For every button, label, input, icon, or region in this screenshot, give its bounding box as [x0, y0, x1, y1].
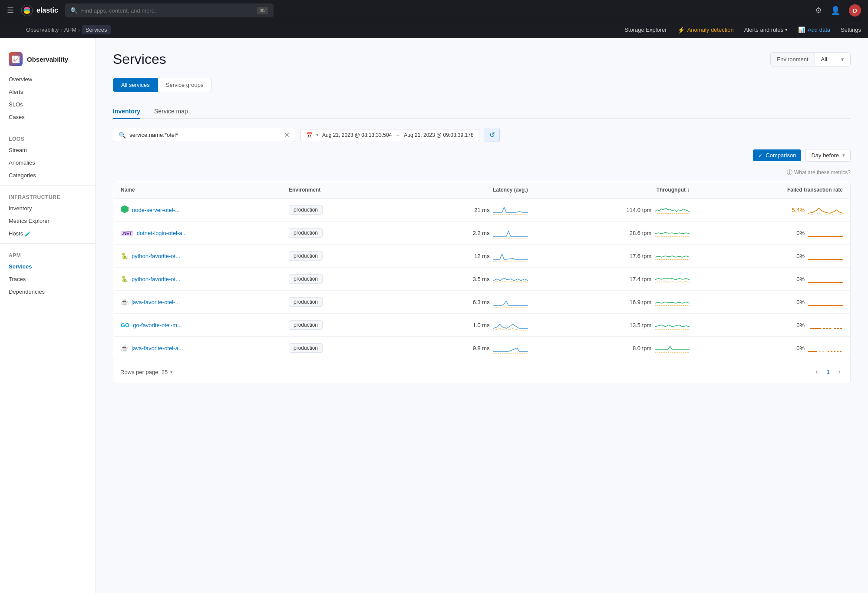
service-name-link[interactable]: ☕ java-favorite-otel-a...	[121, 345, 275, 351]
latency-value: 9.8 ms	[469, 345, 490, 351]
date-range-picker[interactable]: 📅 ▾ Aug 21, 2023 @ 08:13:33.504 → Aug 21…	[300, 129, 479, 141]
breadcrumb-services[interactable]: Services	[82, 25, 111, 34]
table-row: .NET dotnet-login-otel-a... production 2…	[114, 222, 850, 245]
table-row: GO go-favorite-otel-m... production 1.0 …	[114, 314, 850, 337]
sidebar-item-metrics-explorer[interactable]: Metrics Explorer	[0, 215, 95, 227]
service-name-link[interactable]: GO go-favorite-otel-m...	[121, 322, 275, 328]
cell-name: node-server-otel-...	[114, 199, 282, 222]
sidebar-item-overview[interactable]: Overview	[0, 73, 95, 86]
cell-throughput: 114.0 tpm	[535, 199, 697, 222]
cell-failed-rate: 5.4%	[696, 199, 850, 222]
latency-value: 12 ms	[469, 253, 490, 259]
sidebar-item-stream[interactable]: Stream	[0, 144, 95, 156]
date-to: Aug 21, 2023 @ 09:03:39.178	[404, 132, 473, 138]
help-icon: ⓘ	[787, 169, 792, 176]
chevron-down-icon: ▾	[785, 27, 788, 33]
tab-service-map[interactable]: Service map	[154, 104, 188, 119]
throughput-value: 16.9 tpm	[630, 299, 652, 305]
service-name-text: python-favorite-ot...	[132, 253, 180, 259]
environment-label: Environment	[771, 53, 815, 66]
global-search-bar[interactable]: 🔍 ⌘/	[65, 3, 274, 17]
all-services-tab[interactable]: All services	[113, 78, 158, 92]
throughput-value: 28.6 tpm	[630, 230, 652, 236]
cell-throughput: 28.6 tpm	[535, 222, 697, 245]
failed-rate-value: 0%	[784, 299, 805, 305]
environment-value: All	[821, 56, 827, 63]
current-page-number[interactable]: 1	[824, 368, 832, 376]
service-name-link[interactable]: 🐍 python-favorite-ot...	[121, 275, 275, 282]
sidebar-logo: 📈 Observability	[0, 47, 95, 73]
rows-per-page-selector[interactable]: Rows per page: 25 ▾	[120, 369, 173, 375]
service-name-link[interactable]: node-server-otel-...	[121, 205, 275, 215]
metrics-help-text: What are these metrics?	[794, 169, 851, 176]
clear-filter-button[interactable]: ✕	[284, 131, 290, 139]
metrics-help[interactable]: ⓘ What are these metrics?	[113, 169, 851, 176]
anomaly-detection-link[interactable]: ⚡ Anomaly detection	[677, 27, 734, 33]
service-search-filter[interactable]: 🔍 ✕	[113, 128, 295, 142]
page-header: Services Environment All ▾	[113, 51, 851, 67]
service-name-link[interactable]: .NET dotnet-login-otel-a...	[121, 230, 275, 236]
sidebar-item-inventory[interactable]: Inventory	[0, 202, 95, 215]
env-chevron-icon: ▾	[841, 56, 844, 63]
sidebar-item-slos[interactable]: SLOs	[0, 98, 95, 111]
service-name-link[interactable]: 🐍 python-favorite-ot...	[121, 252, 275, 259]
comparison-period-dropdown[interactable]: Day before ▾	[805, 149, 851, 162]
environment-badge: production	[289, 205, 323, 215]
latency-value: 3.5 ms	[469, 276, 490, 282]
sidebar-item-services[interactable]: Services	[0, 260, 95, 273]
service-icon: 🐍	[121, 252, 128, 259]
failed-rate-value: 0%	[784, 322, 805, 328]
storage-explorer-link[interactable]: Storage Explorer	[624, 27, 667, 33]
next-page-button[interactable]: ›	[836, 367, 843, 377]
sidebar-item-dependencies[interactable]: Dependencies	[0, 285, 95, 298]
service-icon: ☕	[121, 298, 128, 305]
hamburger-button[interactable]: ☰	[7, 6, 14, 15]
search-shortcut: ⌘/	[257, 7, 268, 14]
sidebar-section-logs-label: Logs	[0, 131, 95, 144]
sidebar-item-traces[interactable]: Traces	[0, 273, 95, 285]
tab-inventory[interactable]: Inventory	[113, 104, 140, 119]
cell-name: ☕ java-favorite-otel-...	[114, 291, 282, 314]
global-search-input[interactable]	[81, 7, 254, 14]
sidebar-item-categories[interactable]: Categories	[0, 169, 95, 182]
chevron-down-icon: ▾	[316, 132, 319, 138]
people-icon[interactable]: 👤	[831, 6, 840, 15]
cell-latency: 21 ms	[382, 199, 535, 222]
service-icon: ☕	[121, 345, 128, 351]
sidebar-item-alerts[interactable]: Alerts	[0, 86, 95, 98]
prev-page-button[interactable]: ‹	[813, 367, 820, 377]
service-name-text: java-favorite-otel-a...	[132, 345, 183, 351]
pagination: ‹ 1 ›	[813, 367, 843, 377]
add-data-link[interactable]: 📊 Add data	[798, 27, 830, 33]
elastic-logo: elastic	[21, 4, 58, 17]
service-name-link[interactable]: ☕ java-favorite-otel-...	[121, 298, 275, 305]
date-from: Aug 21, 2023 @ 08:13:33.504	[322, 132, 392, 138]
environment-badge: production	[289, 343, 323, 353]
sidebar-item-anomalies[interactable]: Anomalies	[0, 156, 95, 169]
refresh-button[interactable]: ↺	[485, 128, 500, 142]
cell-environment: production	[282, 268, 382, 291]
settings-link[interactable]: Settings	[841, 27, 861, 33]
breadcrumb-apm[interactable]: APM	[64, 27, 76, 33]
environment-badge: production	[289, 251, 323, 261]
inventory-tabs: Inventory Service map	[113, 104, 851, 119]
breadcrumb-observability[interactable]: Observability	[26, 27, 59, 33]
latency-value: 2.2 ms	[469, 230, 490, 236]
settings-gear-icon[interactable]: ⚙	[815, 6, 822, 15]
environment-badge: production	[289, 274, 323, 284]
nav-right-icons: ⚙ 👤 D	[815, 4, 861, 17]
service-groups-tab[interactable]: Service groups	[158, 78, 212, 92]
date-arrow: →	[395, 132, 400, 138]
latency-value: 1.0 ms	[469, 322, 490, 328]
sidebar-item-cases[interactable]: Cases	[0, 111, 95, 123]
services-table: Name Environment Latency (avg.) Throughp…	[113, 181, 850, 360]
alerts-and-rules-link[interactable]: Alerts and rules ▾	[744, 27, 788, 33]
user-avatar[interactable]: D	[849, 4, 861, 17]
comparison-toggle[interactable]: ✓ Comparison	[753, 149, 801, 161]
environment-selector[interactable]: Environment All ▾	[770, 52, 851, 66]
search-icon: 🔍	[70, 7, 78, 14]
col-failed-rate: Failed transaction rate	[696, 182, 850, 199]
sidebar-item-hosts[interactable]: Hosts 🧪	[0, 227, 95, 240]
environment-dropdown[interactable]: All ▾	[815, 53, 850, 66]
service-filter-input[interactable]	[129, 132, 281, 138]
